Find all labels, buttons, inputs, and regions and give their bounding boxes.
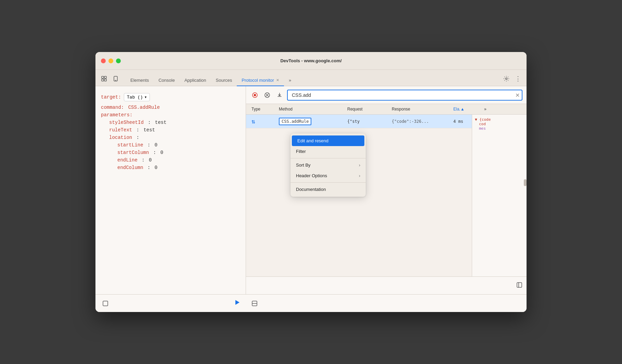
maximize-button[interactable] (116, 58, 121, 63)
cell-method: CSS.addRule (276, 118, 345, 125)
tabbar-icons (100, 74, 120, 86)
table-header: Type Method Request Response Ela.▲ » (246, 104, 527, 115)
endLine-row: endLine : 0 (101, 157, 240, 163)
header-type: Type (249, 104, 276, 114)
window-title: DevTools - www.google.com/ (280, 58, 341, 63)
endLine-label: endLine (117, 157, 138, 163)
endLine-sep: : (139, 157, 147, 163)
sidebar-panel: target: Tab () ▾ command: CSS.addRule pa… (95, 86, 246, 294)
startColumn-sep: : (150, 150, 159, 155)
search-clear-button[interactable]: ✕ (515, 92, 520, 98)
endColumn-label: endColumn (117, 165, 143, 170)
startColumn-row: startColumn : 0 (101, 150, 240, 155)
send-request-button[interactable] (234, 299, 241, 308)
new-pane-button[interactable] (101, 299, 110, 308)
collapse-panel-button[interactable] (516, 282, 522, 289)
location-label: location (109, 135, 132, 140)
context-menu: Edit and resend Filter Sort By › Header … (290, 133, 366, 197)
target-label: target: (101, 94, 121, 100)
endColumn-row: endColumn : 0 (101, 165, 240, 170)
header-request[interactable]: Request (345, 104, 389, 114)
startLine-label: startLine (117, 142, 143, 148)
context-menu-documentation[interactable]: Documentation (290, 184, 366, 195)
header-response[interactable]: Response (389, 104, 451, 114)
cell-request: {"sty (345, 118, 389, 125)
command-value: CSS.addRule (128, 105, 160, 110)
styleSheetId-value: test (155, 120, 167, 125)
tabbar: Elements Console Application Sources Pro… (95, 70, 527, 86)
dropdown-chevron-icon: ▾ (144, 94, 147, 100)
arrow-updown-icon: ⇅ (251, 118, 255, 125)
panel-right-bottom (246, 276, 527, 294)
sidebar-bottom-right (234, 299, 241, 308)
svg-rect-0 (102, 76, 104, 78)
tab-sources[interactable]: Sources (211, 75, 237, 86)
styleSheetId-row: styleSheetId : test (101, 120, 240, 125)
header-options-arrow-icon: › (359, 173, 360, 178)
device-icon[interactable] (111, 74, 120, 83)
method-value: CSS.addRule (279, 118, 311, 125)
tabbar-actions: ⋮ (502, 74, 522, 86)
startLine-sep: : (145, 142, 153, 148)
minimize-button[interactable] (108, 58, 113, 63)
header-method[interactable]: Method (276, 104, 345, 114)
startLine-value: 0 (155, 142, 157, 148)
svg-rect-12 (517, 283, 522, 287)
target-row: target: Tab () ▾ (101, 93, 240, 101)
target-dropdown[interactable]: Tab () ▾ (124, 93, 150, 101)
styleSheetId-label: styleSheetId (109, 120, 144, 125)
svg-marker-15 (235, 300, 239, 305)
main-content: target: Tab () ▾ command: CSS.addRule pa… (95, 86, 527, 294)
more-options-icon[interactable]: ⋮ (514, 74, 522, 83)
download-button[interactable] (275, 91, 284, 99)
svg-rect-2 (104, 76, 106, 78)
tab-more[interactable]: » (284, 75, 296, 86)
context-menu-divider-1 (290, 158, 366, 158)
stop-recording-button[interactable] (250, 91, 260, 99)
context-menu-header-options[interactable]: Header Options › (290, 170, 366, 181)
location-sep: : (133, 135, 139, 140)
right-panel: ✕ Type Method Request Response Ela.▲ (246, 86, 527, 294)
code-line-1: ▼ {code (475, 117, 524, 122)
endColumn-sep: : (145, 165, 153, 170)
header-elapsed[interactable]: Ela.▲ (451, 104, 481, 114)
close-tab-icon[interactable]: ✕ (276, 78, 279, 82)
svg-rect-1 (102, 79, 104, 81)
tab-application[interactable]: Application (180, 75, 211, 86)
location-row: location : (101, 135, 240, 140)
ruleText-value: test (143, 127, 155, 133)
command-label: command: (101, 105, 124, 110)
parameters-label: parameters: (101, 112, 132, 118)
traffic-lights (101, 58, 121, 63)
tab-console[interactable]: Console (154, 75, 180, 86)
startLine-row: startLine : 0 (101, 142, 240, 148)
endLine-value: 0 (149, 157, 152, 163)
svg-rect-3 (104, 79, 106, 81)
panel-toggle-button[interactable] (250, 299, 259, 308)
startColumn-value: 0 (160, 150, 163, 155)
tab-elements[interactable]: Elements (126, 75, 154, 86)
cell-type: ⇅ (249, 116, 276, 126)
devtools-window: DevTools - www.google.com/ Elements (95, 52, 527, 312)
code-line-2: cod (475, 122, 524, 126)
context-menu-sort-by[interactable]: Sort By › (290, 160, 366, 170)
protocol-toolbar: ✕ (246, 86, 527, 104)
command-separator (125, 105, 128, 110)
right-side-panel: ▼ {code cod mes (472, 115, 527, 276)
context-menu-filter[interactable]: Filter (290, 146, 366, 157)
close-button[interactable] (101, 58, 106, 63)
svg-rect-14 (103, 301, 108, 306)
cell-response: {"code":-326... (389, 118, 451, 125)
ruleText-label: ruleText (109, 127, 132, 133)
inspector-icon[interactable] (100, 74, 108, 83)
scrollbar-indicator[interactable] (524, 179, 527, 186)
settings-icon[interactable] (502, 74, 511, 83)
endColumn-value: 0 (155, 165, 157, 170)
search-wrap: ✕ (287, 90, 522, 101)
clear-button[interactable] (262, 91, 272, 99)
search-input[interactable] (287, 90, 522, 101)
header-more[interactable]: » (481, 104, 495, 114)
context-menu-edit-resend[interactable]: Edit and resend (292, 135, 364, 146)
tab-protocol-monitor[interactable]: Protocol monitor ✕ (237, 75, 284, 86)
parameters-row: parameters: (101, 112, 240, 118)
